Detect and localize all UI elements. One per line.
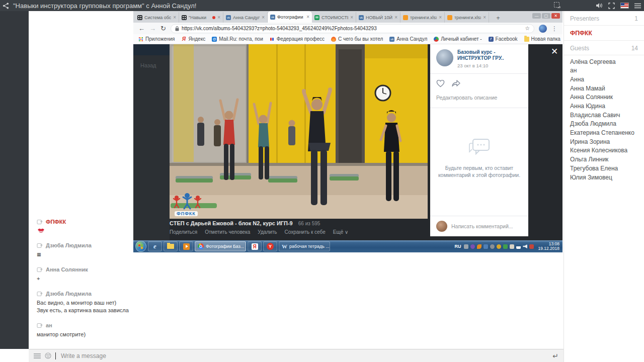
comment-input-row[interactable]: Написать комментарий... bbox=[430, 216, 528, 236]
tray-flag-icon[interactable] bbox=[529, 244, 534, 249]
bookmark-mailru[interactable]: @Mail.Ru: почта, пои bbox=[212, 36, 263, 42]
tray-network-icon[interactable] bbox=[516, 244, 521, 249]
guest-item[interactable]: Трегубова Елена bbox=[564, 164, 644, 173]
taskbar-media-player[interactable] bbox=[179, 241, 193, 251]
comment-placeholder[interactable]: Написать комментарий... bbox=[451, 223, 513, 229]
taskbar-yandex-search[interactable]: Я bbox=[248, 241, 262, 251]
guest-item[interactable]: Анна Солянник bbox=[564, 93, 644, 102]
private-reply-icon[interactable] bbox=[37, 242, 43, 248]
browser-menu-icon[interactable]: ⋮ bbox=[551, 25, 557, 32]
tray-star-icon[interactable] bbox=[477, 244, 481, 249]
tray-viber-icon[interactable] bbox=[470, 244, 475, 249]
browser-tab[interactable]: vk Анна Сандул × bbox=[223, 12, 268, 23]
tab-close-icon[interactable]: × bbox=[306, 14, 309, 20]
tray-volume-icon[interactable] bbox=[523, 244, 527, 249]
guest-item[interactable]: Анна bbox=[564, 75, 644, 84]
browser-tab[interactable]: тренинги.xlsx × bbox=[400, 12, 445, 23]
guest-item[interactable]: Екатерина Степаненко bbox=[564, 129, 644, 138]
bookmark-flame[interactable]: С чего бы вы хотел bbox=[331, 36, 383, 42]
bookmark-federation[interactable]: Федерация професс bbox=[270, 36, 325, 42]
more-action[interactable]: Ещё ∨ bbox=[333, 229, 349, 235]
guest-item[interactable]: ан bbox=[564, 66, 644, 75]
share-arrow-icon[interactable] bbox=[452, 80, 460, 87]
guest-item[interactable]: Ольга Линник bbox=[564, 155, 644, 164]
chat-author[interactable]: ФПФКК bbox=[46, 219, 66, 225]
share-action[interactable]: Поделиться bbox=[170, 229, 197, 235]
send-enter-icon[interactable]: ↵ bbox=[552, 352, 558, 360]
popout-screen-icon[interactable] bbox=[553, 2, 561, 9]
close-window-button[interactable]: ✕ bbox=[551, 13, 560, 19]
guest-item[interactable]: Юлия Зимовец bbox=[564, 173, 644, 182]
bookmark-star-icon[interactable]: ☆ bbox=[525, 25, 530, 32]
like-icon[interactable] bbox=[436, 80, 445, 87]
taskbar-yandex-browser[interactable]: Y bbox=[263, 241, 277, 251]
photo-date[interactable]: 23 окт в 14:10 bbox=[457, 63, 522, 68]
start-button[interactable] bbox=[135, 241, 146, 252]
language-indicator[interactable]: RU bbox=[454, 244, 461, 249]
tray-sync-icon[interactable] bbox=[490, 244, 495, 249]
bookmark-cabinet[interactable]: Личный кабинет - bbox=[434, 36, 481, 42]
tab-close-icon[interactable]: × bbox=[217, 15, 220, 20]
tab-close-icon[interactable]: × bbox=[262, 15, 265, 20]
tab-close-icon[interactable]: × bbox=[439, 15, 442, 20]
minimize-button[interactable]: — bbox=[532, 13, 541, 19]
tray-clipboard-icon[interactable] bbox=[510, 244, 514, 249]
browser-tab[interactable]: тренинги.xlsx × bbox=[445, 12, 489, 23]
guest-item[interactable]: Владислав Савич bbox=[564, 111, 644, 120]
address-bar[interactable]: https://vk.com/albums-54043293?z=photo-5… bbox=[171, 24, 534, 33]
tab-close-icon[interactable]: × bbox=[483, 15, 486, 20]
chat-author[interactable]: Анна Солянник bbox=[46, 266, 88, 273]
group-name-link[interactable]: Базовый курс - ИНСТРУКТОР ГРУ.. bbox=[457, 49, 522, 61]
message-input[interactable] bbox=[60, 352, 548, 360]
private-reply-icon[interactable] bbox=[37, 291, 43, 297]
close-photo-icon[interactable]: ✕ bbox=[551, 46, 558, 57]
bookmark-vk-anna[interactable]: vkАнна Сандул bbox=[389, 36, 427, 42]
tag-person-action[interactable]: Отметить человека bbox=[205, 229, 250, 235]
private-reply-icon[interactable] bbox=[37, 266, 43, 273]
browser-tab[interactable]: vk НОВЫЙ 10Й н × bbox=[356, 12, 400, 23]
taskbar-clock[interactable]: 13:08 19.12.2018 bbox=[538, 242, 559, 251]
emoji-icon[interactable] bbox=[45, 352, 51, 359]
bookmark-yandex[interactable]: ЯЯндекс bbox=[182, 36, 206, 42]
private-reply-icon[interactable] bbox=[37, 219, 43, 225]
fullscreen-icon[interactable] bbox=[608, 3, 615, 9]
private-reply-icon[interactable] bbox=[37, 322, 43, 328]
browser-tab-active[interactable]: vk Фотографии Б × bbox=[268, 11, 312, 23]
edit-description-link[interactable]: Редактировать описание bbox=[436, 95, 522, 101]
guest-item[interactable]: Ксения Колесникова bbox=[564, 146, 644, 155]
sound-icon[interactable] bbox=[596, 3, 603, 9]
presenter-item[interactable]: ФПФКК bbox=[564, 26, 644, 41]
guest-item[interactable]: Дзюба Людмила bbox=[564, 120, 644, 129]
delete-action[interactable]: Удалить bbox=[258, 229, 277, 235]
chat-options-icon[interactable] bbox=[34, 353, 41, 358]
chat-author[interactable]: ан bbox=[46, 322, 52, 328]
tray-gold-icon[interactable] bbox=[497, 244, 501, 249]
guest-item[interactable]: Анна Мамай bbox=[564, 84, 644, 93]
browser-tab[interactable]: Система обсл × bbox=[135, 12, 179, 23]
back-link[interactable]: Назад bbox=[140, 62, 156, 68]
browser-tab[interactable]: "Навыки × bbox=[179, 12, 223, 23]
bookmark-facebook[interactable]: fFacebook bbox=[489, 36, 518, 42]
group-avatar[interactable] bbox=[436, 49, 453, 66]
share-icon[interactable] bbox=[3, 3, 9, 9]
forward-button[interactable]: → bbox=[149, 25, 156, 32]
profile-avatar[interactable] bbox=[539, 25, 547, 33]
reload-button[interactable]: ↻ bbox=[160, 25, 166, 32]
maximize-button[interactable]: ▢ bbox=[542, 13, 550, 19]
bookmark-folder[interactable]: Новая папка bbox=[524, 36, 560, 42]
guest-item[interactable]: Ирина Зорина bbox=[564, 137, 644, 146]
save-action[interactable]: Сохранить к себе bbox=[285, 229, 326, 235]
tray-monitor-icon[interactable] bbox=[464, 244, 468, 249]
tab-close-icon[interactable]: × bbox=[394, 15, 397, 20]
taskbar-word[interactable]: W рабочая тетрадь ... bbox=[279, 241, 330, 251]
tab-close-icon[interactable]: × bbox=[173, 15, 176, 20]
chat-author[interactable]: Дзюба Людмила bbox=[46, 242, 92, 248]
language-flag-icon[interactable] bbox=[620, 3, 629, 9]
menu-icon[interactable] bbox=[634, 3, 641, 9]
tray-usb-icon[interactable] bbox=[503, 244, 508, 249]
taskbar-explorer[interactable] bbox=[164, 241, 178, 251]
guest-item[interactable]: Алёна Сергеева bbox=[564, 57, 644, 66]
taskbar-chrome-active[interactable]: Фотографии Баз... bbox=[195, 241, 246, 251]
new-tab-button[interactable]: + bbox=[493, 14, 503, 23]
guest-item[interactable]: Анна Юдина bbox=[564, 102, 644, 111]
